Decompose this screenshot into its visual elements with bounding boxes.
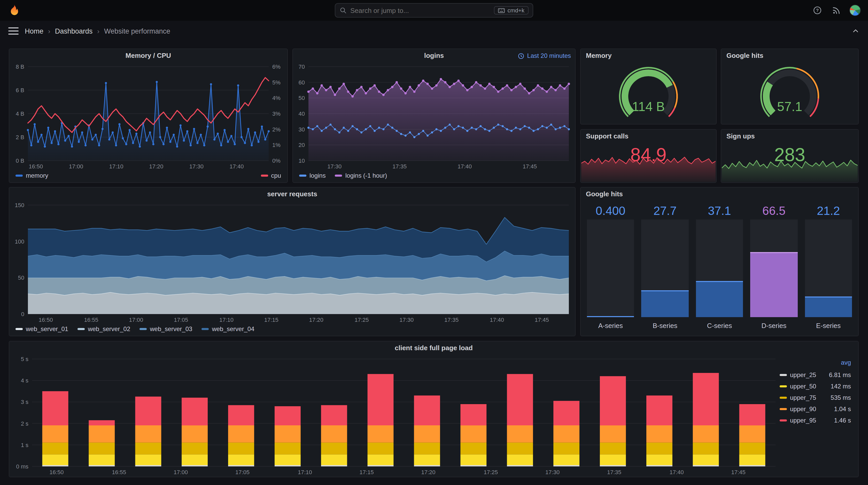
bar-label: A-series xyxy=(587,320,634,332)
series-marker xyxy=(780,396,787,398)
legend-label: upper_50 xyxy=(790,383,816,390)
legend-avg-value: 142 ms xyxy=(831,383,851,390)
legend-item-upper_95[interactable]: upper_951.46 s xyxy=(780,415,851,425)
series-marker xyxy=(261,174,268,176)
client-load-chart[interactable]: 0 ms1 s2 s3 s4 s5 s16:5016:5517:0017:051… xyxy=(9,355,780,477)
panel-memory-gauge: Memory 114 B xyxy=(580,48,717,125)
legend-item-upper_90[interactable]: upper_901.04 s xyxy=(780,404,851,414)
legend-sort-avg[interactable]: avg xyxy=(780,359,851,368)
svg-text:10: 10 xyxy=(299,158,305,164)
bar-fill xyxy=(587,316,634,317)
legend-label: web_server_02 xyxy=(88,325,130,333)
svg-text:60: 60 xyxy=(299,79,305,86)
stat-value: 283 xyxy=(721,144,858,166)
bar-label: D-series xyxy=(750,320,798,332)
menu-toggle-button[interactable] xyxy=(8,26,19,36)
legend-item-cpu[interactable]: cpu xyxy=(261,172,281,179)
panel-title[interactable]: logins Last 20 minutes xyxy=(293,49,575,63)
bar-fill xyxy=(642,290,689,317)
gauge-value: 114 B xyxy=(581,99,716,115)
logins-chart[interactable]: 1020304050607017:3017:3517:4017:45 xyxy=(293,63,575,171)
legend-label: memory xyxy=(26,172,48,179)
svg-text:17:30: 17:30 xyxy=(399,317,413,323)
help-button[interactable]: ? xyxy=(812,5,823,15)
svg-text:3 s: 3 s xyxy=(21,399,28,405)
svg-text:?: ? xyxy=(816,8,819,13)
svg-text:2 B: 2 B xyxy=(16,134,24,140)
panel-google-hits-gauge: Google hits 57.1 xyxy=(721,48,859,125)
server-requests-chart[interactable]: 05010015016:5016:5517:0017:0517:1017:151… xyxy=(9,201,575,324)
svg-text:0 ms: 0 ms xyxy=(16,463,28,470)
legend-item-memory[interactable]: memory xyxy=(16,172,48,179)
panel-title[interactable]: client side full page load xyxy=(9,342,858,355)
svg-text:17:05: 17:05 xyxy=(235,469,250,476)
svg-text:17:10: 17:10 xyxy=(109,163,123,170)
grafana-app: cmd+k ? Home › Dashboards xyxy=(0,0,868,485)
panel-time-range[interactable]: Last 20 minutes xyxy=(518,49,571,63)
svg-text:16:50: 16:50 xyxy=(29,163,43,170)
series-marker xyxy=(335,174,342,176)
svg-text:3%: 3% xyxy=(272,110,281,117)
search-input[interactable] xyxy=(350,6,491,14)
svg-text:17:20: 17:20 xyxy=(149,163,163,170)
panel-title[interactable]: Memory / CPU xyxy=(9,49,287,63)
panel-logins: logins Last 20 minutes 1020304050607017:… xyxy=(292,48,576,183)
series-marker xyxy=(780,385,787,387)
legend-item-logins[interactable]: logins xyxy=(299,172,326,179)
rss-icon xyxy=(832,6,840,15)
svg-text:40: 40 xyxy=(299,110,305,117)
bar-track xyxy=(696,220,743,317)
news-button[interactable] xyxy=(831,5,841,15)
legend-item-upper_25[interactable]: upper_256.81 ms xyxy=(780,370,851,380)
collapse-topbar-button[interactable] xyxy=(851,27,860,35)
series-marker xyxy=(140,328,147,330)
svg-text:0%: 0% xyxy=(272,158,281,164)
svg-text:17:35: 17:35 xyxy=(607,469,621,476)
panel-title[interactable]: Sign ups xyxy=(721,130,858,143)
user-avatar[interactable] xyxy=(849,5,861,16)
grafana-logo[interactable] xyxy=(7,3,22,18)
svg-text:0: 0 xyxy=(21,311,24,317)
legend-item-upper_50[interactable]: upper_50142 ms xyxy=(780,381,851,391)
svg-text:4%: 4% xyxy=(272,95,281,101)
legend-item-logins-1hour[interactable]: logins (-1 hour) xyxy=(335,172,387,179)
bar-label: B-series xyxy=(642,320,689,332)
svg-text:17:40: 17:40 xyxy=(670,469,684,476)
panel-title[interactable]: Support calls xyxy=(581,130,716,143)
svg-text:16:50: 16:50 xyxy=(49,469,64,476)
bar-fill xyxy=(805,296,852,317)
svg-text:17:40: 17:40 xyxy=(490,317,504,323)
panel-title[interactable]: Google hits xyxy=(581,188,858,201)
breadcrumb-dashboards[interactable]: Dashboards xyxy=(55,27,93,35)
svg-text:2 s: 2 s xyxy=(21,420,28,427)
panel-title[interactable]: server requests xyxy=(9,188,575,201)
search-box[interactable]: cmd+k xyxy=(335,3,533,18)
legend-label: cpu xyxy=(271,172,281,179)
legend-item-web-server-02[interactable]: web_server_02 xyxy=(78,325,130,333)
panel-title[interactable]: Google hits xyxy=(721,49,858,63)
panel-google-hits-bars: Google hits 0.400A-series27.7B-series37.… xyxy=(580,187,859,336)
legend: logins logins (-1 hour) xyxy=(293,171,575,182)
chevron-right-icon: › xyxy=(97,27,99,35)
series-marker xyxy=(780,408,787,410)
bar-track xyxy=(805,220,852,317)
panel-support-calls: Support calls 84.9 xyxy=(580,129,717,183)
legend-label: upper_25 xyxy=(790,371,816,378)
legend-item-web-server-04[interactable]: web_server_04 xyxy=(202,325,254,333)
legend-item-web-server-01[interactable]: web_server_01 xyxy=(16,325,68,333)
legend-item-upper_75[interactable]: upper_75535 ms xyxy=(780,392,851,402)
legend-item-web-server-03[interactable]: web_server_03 xyxy=(140,325,192,333)
legend-label: upper_75 xyxy=(790,394,816,401)
svg-text:17:20: 17:20 xyxy=(421,469,435,476)
svg-text:4 s: 4 s xyxy=(21,377,28,384)
chevron-up-icon xyxy=(851,27,860,35)
legend-avg-value: 6.81 ms xyxy=(829,371,851,378)
series-marker xyxy=(16,328,23,330)
chevron-right-icon: › xyxy=(48,27,51,35)
breadcrumb-home[interactable]: Home xyxy=(25,27,43,35)
memory-cpu-chart[interactable]: 0 B2 B4 B6 B8 B0%1%2%3%4%5%6%16:5017:001… xyxy=(9,63,287,171)
svg-text:5%: 5% xyxy=(272,79,281,86)
panel-title[interactable]: Memory xyxy=(581,49,716,63)
svg-text:17:00: 17:00 xyxy=(129,317,143,323)
bar-B-series: 27.7B-series xyxy=(642,203,689,332)
